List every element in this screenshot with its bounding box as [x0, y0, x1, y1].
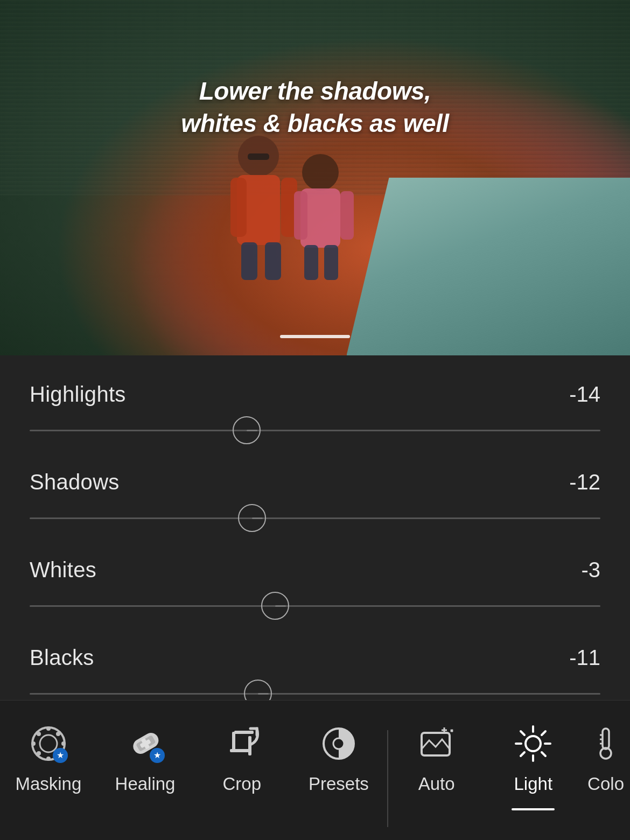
toolbar-item-healing[interactable]: ★ Healing	[97, 717, 194, 794]
whites-slider-row: Whites -3	[30, 558, 600, 618]
svg-point-22	[37, 732, 41, 736]
presets-icon	[319, 724, 358, 763]
whites-track	[30, 605, 600, 607]
light-icon-wrap	[512, 722, 555, 765]
crop-label: Crop	[222, 774, 261, 794]
crop-icon-wrap	[220, 722, 263, 765]
svg-rect-51	[603, 729, 609, 749]
controls-panel: Highlights -14 Shadows -12 Whites -3	[0, 355, 630, 705]
people-silhouette	[183, 124, 388, 302]
presets-icon-wrap	[317, 722, 360, 765]
crop-icon	[222, 724, 261, 763]
whites-slider[interactable]	[30, 594, 600, 618]
whites-line	[275, 605, 286, 607]
highlights-slider[interactable]	[30, 418, 600, 442]
blacks-label: Blacks	[30, 646, 94, 670]
auto-icon-wrap	[415, 722, 458, 765]
photo-overlay-text: Lower the shadows, whites & blacks as we…	[181, 75, 449, 140]
toolbar-item-light[interactable]: Light	[485, 717, 582, 794]
svg-text:★: ★	[153, 751, 161, 760]
shadows-slider-row: Shadows -12	[30, 470, 600, 530]
healing-label: Healing	[115, 774, 176, 794]
blacks-slider-row: Blacks -11	[30, 646, 600, 705]
svg-point-21	[31, 741, 36, 746]
auto-label: Auto	[418, 774, 455, 794]
svg-point-7	[302, 154, 339, 191]
svg-rect-4	[241, 242, 257, 280]
color-label: Colo	[587, 774, 624, 794]
masking-label: Masking	[15, 774, 81, 794]
svg-rect-34	[234, 731, 254, 734]
svg-point-19	[46, 757, 51, 761]
healing-icon: ★	[126, 724, 165, 763]
toolbar-item-auto[interactable]: Auto	[388, 717, 485, 794]
svg-point-42	[526, 736, 541, 751]
blacks-value: -11	[569, 646, 600, 670]
masking-icon: ★	[29, 724, 68, 763]
svg-rect-5	[265, 242, 281, 280]
toolbar-item-masking[interactable]: ★ Masking	[0, 717, 97, 794]
photo-canvas: Lower the shadows, whites & blacks as we…	[0, 0, 630, 355]
shadows-slider[interactable]	[30, 506, 600, 530]
toolbar-item-crop[interactable]: Crop	[193, 717, 290, 794]
toolbar-item-presets[interactable]: Presets	[290, 717, 387, 794]
svg-line-49	[542, 731, 545, 735]
svg-line-48	[542, 752, 545, 756]
blacks-line	[258, 693, 269, 695]
color-icon	[586, 724, 625, 763]
highlights-value: -14	[569, 382, 600, 407]
drag-indicator[interactable]	[280, 335, 350, 338]
svg-point-16	[56, 732, 60, 736]
overlay-line1: Lower the shadows,	[181, 75, 449, 108]
svg-rect-32	[230, 749, 249, 752]
svg-rect-2	[230, 178, 247, 237]
svg-rect-6	[248, 153, 269, 160]
shadows-label: Shadows	[30, 470, 120, 494]
presets-label: Presets	[309, 774, 369, 794]
toolbar-item-color[interactable]: Colo	[582, 717, 630, 794]
svg-rect-9	[294, 191, 307, 240]
svg-point-14	[40, 735, 57, 752]
whites-value: -3	[581, 558, 600, 582]
svg-point-15	[46, 726, 51, 731]
svg-rect-31	[232, 732, 235, 751]
whites-label: Whites	[30, 558, 96, 582]
light-icon	[514, 724, 552, 763]
bottom-toolbar: ★ Masking ★ Healing	[0, 700, 630, 840]
pier-ledge	[347, 178, 631, 355]
svg-point-17	[61, 741, 66, 746]
svg-text:★: ★	[57, 751, 64, 760]
svg-rect-11	[304, 245, 318, 280]
svg-line-47	[521, 731, 524, 735]
healing-icon-wrap: ★	[124, 722, 167, 765]
masking-icon-wrap: ★	[27, 722, 70, 765]
light-label: Light	[514, 774, 553, 794]
shadows-value: -12	[569, 470, 600, 494]
highlights-label: Highlights	[30, 382, 126, 407]
color-icon-wrap	[584, 722, 627, 765]
svg-line-50	[521, 752, 524, 756]
shadows-track	[30, 517, 600, 519]
highlights-track	[30, 430, 600, 431]
svg-rect-10	[340, 191, 354, 240]
highlights-line	[247, 430, 257, 431]
auto-icon	[417, 724, 456, 763]
svg-rect-12	[324, 245, 338, 280]
shadows-line	[252, 517, 263, 519]
highlights-slider-row: Highlights -14	[30, 382, 600, 442]
blacks-track	[30, 693, 600, 695]
overlay-line2: whites & blacks as well	[181, 108, 449, 140]
svg-point-36	[333, 738, 344, 749]
svg-point-20	[37, 751, 41, 755]
